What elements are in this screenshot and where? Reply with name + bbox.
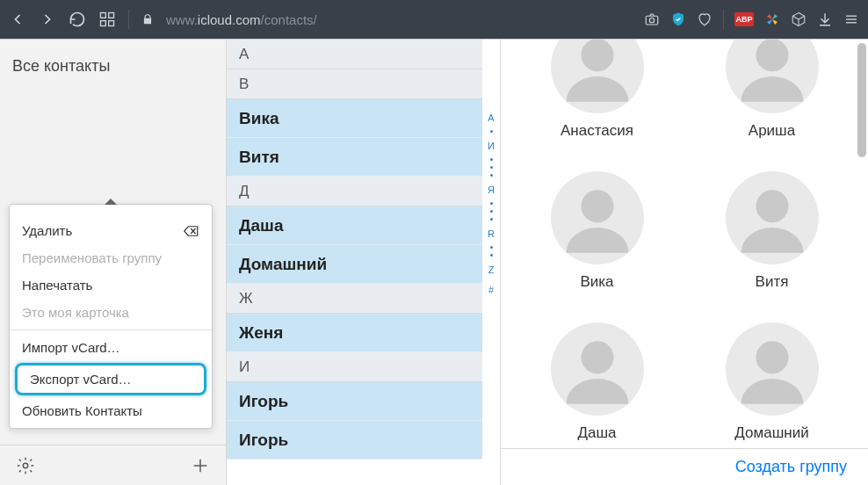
- heart-icon[interactable]: [697, 11, 712, 27]
- svg-point-19: [756, 341, 788, 373]
- svg-point-17: [756, 190, 788, 222]
- contact-card[interactable]: Домашний: [702, 291, 842, 442]
- popup-item-delete[interactable]: Удалить: [10, 217, 212, 244]
- card-name: Вика: [580, 273, 613, 291]
- gear-icon[interactable]: [16, 456, 35, 475]
- svg-rect-1: [109, 13, 114, 18]
- download-icon[interactable]: [817, 11, 833, 27]
- svg-point-14: [581, 40, 613, 71]
- avatar-placeholder-icon: [726, 322, 819, 416]
- url-bar[interactable]: www.icloud.com/contacts/: [166, 12, 317, 27]
- index-letter[interactable]: А: [488, 110, 494, 125]
- section-header: А: [227, 40, 482, 69]
- contact-card[interactable]: Витя: [702, 140, 842, 291]
- abp-badge[interactable]: ABP: [734, 12, 754, 26]
- contacts-list: А В Вика Витя Д Даша Домашний Ж Женя И И…: [227, 40, 501, 485]
- popup-item-print[interactable]: Напечатать: [10, 271, 212, 299]
- popup-item-label: Экспорт vCard…: [30, 372, 132, 387]
- contact-card[interactable]: Даша: [527, 291, 667, 442]
- popup-item-label: Напечатать: [22, 278, 92, 293]
- index-letter[interactable]: Я: [488, 182, 495, 197]
- browser-bar: www.icloud.com/contacts/ ABP: [0, 0, 868, 39]
- apps-grid-icon[interactable]: [98, 11, 116, 28]
- cards-footer: Создать группу: [501, 448, 868, 485]
- svg-point-16: [581, 190, 613, 222]
- popup-item-label: Это моя карточка: [22, 305, 129, 320]
- contact-card[interactable]: Ариша: [702, 40, 842, 140]
- list-content[interactable]: А В Вика Витя Д Даша Домашний Ж Женя И И…: [227, 40, 482, 485]
- section-header: И: [227, 352, 482, 382]
- contact-card[interactable]: Анастасия: [527, 40, 667, 140]
- svg-point-11: [23, 463, 28, 468]
- main-area: Все контакты Удалить Переименовать групп…: [0, 39, 868, 485]
- url-path: /contacts/: [261, 12, 317, 27]
- popup-item-label: Импорт vCard…: [22, 340, 120, 355]
- index-letter[interactable]: Z: [488, 262, 495, 277]
- contact-row[interactable]: Домашний: [227, 245, 482, 284]
- avatar-placeholder-icon: [726, 40, 819, 113]
- section-header: Ж: [227, 284, 482, 314]
- lock-icon: [141, 13, 154, 25]
- card-name: Домашний: [734, 424, 808, 442]
- contact-row[interactable]: Игорь: [227, 421, 482, 460]
- avatar-placeholder-icon: [726, 171, 819, 264]
- card-name: Ариша: [749, 122, 795, 140]
- camera-icon[interactable]: [644, 11, 660, 27]
- avatar-placeholder-icon: [551, 171, 644, 264]
- alpha-index[interactable]: А И Я R Z #: [482, 40, 500, 485]
- toolbar-icons: ABP: [644, 10, 859, 29]
- sidebar: Все контакты Удалить Переименовать групп…: [0, 40, 227, 485]
- reload-button[interactable]: [69, 11, 86, 28]
- svg-rect-3: [109, 21, 114, 26]
- svg-rect-2: [101, 21, 106, 26]
- avatar-placeholder-icon: [551, 322, 644, 416]
- svg-rect-4: [646, 16, 658, 25]
- back-button[interactable]: [9, 11, 26, 28]
- index-letter[interactable]: И: [488, 138, 495, 153]
- popup-item-label: Удалить: [22, 223, 72, 238]
- popup-item-export-vcard[interactable]: Экспорт vCard…: [15, 363, 206, 395]
- svg-point-15: [756, 40, 788, 71]
- popup-item-label: Переименовать группу: [22, 250, 162, 265]
- card-name: Анастасия: [561, 122, 633, 140]
- svg-point-18: [581, 341, 613, 373]
- popup-item-my-card: Это моя карточка: [10, 299, 212, 326]
- create-group-link[interactable]: Создать группу: [735, 458, 847, 476]
- contact-row[interactable]: Вика: [227, 99, 482, 138]
- popup-item-import-vcard[interactable]: Импорт vCard…: [10, 334, 212, 361]
- scroll-thumb[interactable]: [857, 43, 866, 157]
- popup-item-refresh-contacts[interactable]: Обновить Контакты: [10, 397, 212, 424]
- menu-icon[interactable]: [843, 11, 859, 27]
- sidebar-title: Все контакты: [0, 40, 226, 93]
- contact-row[interactable]: Женя: [227, 314, 482, 352]
- cards-area: Анастасия Ариша Вика: [501, 40, 868, 485]
- card-name: Витя: [756, 273, 789, 291]
- section-header: Д: [227, 177, 482, 206]
- cube-icon[interactable]: [791, 11, 807, 27]
- url-domain: icloud.com: [198, 12, 261, 27]
- url-prefix: www.: [166, 12, 198, 27]
- backspace-icon: [184, 225, 199, 237]
- contact-row[interactable]: Витя: [227, 138, 482, 177]
- index-letter[interactable]: #: [488, 282, 494, 297]
- contact-row[interactable]: Даша: [227, 206, 482, 245]
- avatar-placeholder-icon: [551, 40, 644, 113]
- popup-item-rename-group: Переименовать группу: [10, 244, 212, 271]
- forward-button[interactable]: [39, 11, 56, 28]
- card-name: Даша: [577, 424, 616, 442]
- popup-item-label: Обновить Контакты: [22, 403, 142, 418]
- svg-point-5: [649, 18, 654, 23]
- add-icon[interactable]: [191, 456, 210, 475]
- index-letter[interactable]: R: [488, 226, 495, 241]
- shield-icon[interactable]: [670, 11, 686, 27]
- actions-popup: Удалить Переименовать группу Напечатать …: [9, 204, 213, 429]
- section-header: В: [227, 69, 482, 99]
- sidebar-toolbar: [0, 445, 226, 485]
- contact-row[interactable]: Игорь: [227, 382, 482, 421]
- popup-arrow-icon: [105, 199, 117, 205]
- svg-rect-0: [101, 13, 106, 18]
- pinwheel-icon[interactable]: [764, 11, 780, 27]
- contact-card[interactable]: Вика: [527, 140, 667, 291]
- cards-scroll[interactable]: Анастасия Ариша Вика: [501, 40, 868, 448]
- scrollbar[interactable]: [857, 43, 866, 445]
